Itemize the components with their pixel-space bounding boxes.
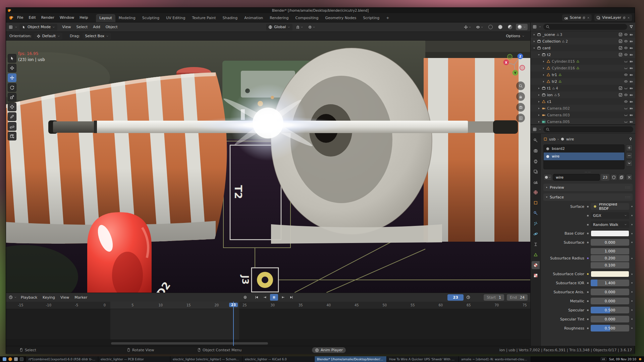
- properties-tab-scene[interactable]: [532, 178, 540, 186]
- material-slot-board2[interactable]: board2: [544, 145, 624, 153]
- blender-menu-icon[interactable]: [9, 15, 14, 20]
- tool-transform[interactable]: [8, 103, 16, 111]
- decorator-dot[interactable]: [631, 224, 633, 225]
- outliner-search-input[interactable]: [543, 24, 627, 30]
- hide-viewport-icon[interactable]: [624, 93, 628, 97]
- animate-dot[interactable]: [587, 224, 589, 226]
- material-slot-wire[interactable]: wire: [544, 153, 624, 160]
- options-dropdown[interactable]: Options: [504, 33, 527, 40]
- next-keyframe-button[interactable]: [279, 294, 287, 301]
- disable-render-icon[interactable]: [629, 33, 633, 37]
- decorator-dot[interactable]: [631, 309, 633, 311]
- visibility-checkbox[interactable]: [619, 46, 623, 50]
- properties-tab-physics[interactable]: [532, 230, 540, 238]
- visibility-checkbox[interactable]: [619, 93, 623, 97]
- preview-panel-header[interactable]: Preview ::::: [543, 184, 633, 191]
- pan-button[interactable]: [516, 92, 525, 101]
- frame-end-field[interactable]: End24: [507, 294, 528, 301]
- expander-icon[interactable]: [537, 114, 540, 117]
- timeline-editor-chevron-icon[interactable]: [14, 296, 17, 299]
- disable-render-icon[interactable]: [629, 59, 633, 63]
- properties-tab-render[interactable]: [532, 147, 540, 155]
- disable-render-icon[interactable]: [629, 120, 633, 124]
- timeline-scrollbar[interactable]: [111, 342, 268, 345]
- filter-icon[interactable]: [629, 25, 633, 29]
- disable-render-icon[interactable]: [629, 113, 633, 117]
- properties-tab-output[interactable]: [532, 157, 540, 165]
- decorator-dot[interactable]: [631, 291, 633, 293]
- tool-tweak[interactable]: [8, 54, 16, 63]
- animate-dot[interactable]: [587, 300, 589, 302]
- outliner-row-t2[interactable]: t2: [531, 51, 635, 58]
- decorator-dot[interactable]: [631, 206, 633, 207]
- expander-icon[interactable]: [533, 33, 536, 36]
- outliner-row-cylinder.015[interactable]: Cylinder.015: [531, 58, 635, 65]
- disable-render-icon[interactable]: [629, 73, 633, 77]
- perspective-toggle-button[interactable]: [516, 114, 525, 122]
- tab-sculpting[interactable]: Sculpting: [139, 14, 163, 22]
- tab-scripting[interactable]: Scripting: [360, 14, 383, 22]
- decorator-dot[interactable]: [631, 300, 633, 302]
- decorator-dot[interactable]: [631, 274, 633, 275]
- tool-add-cube[interactable]: [8, 132, 16, 140]
- tab-+[interactable]: +: [383, 14, 392, 22]
- visibility-checkbox[interactable]: [619, 33, 623, 37]
- hide-viewport-icon[interactable]: [624, 46, 628, 50]
- value-slider[interactable]: 0.500: [591, 307, 629, 313]
- playhead-frame-badge[interactable]: 23: [229, 303, 238, 307]
- expander-icon[interactable]: [542, 80, 545, 83]
- decorator-dot[interactable]: [631, 215, 633, 216]
- tool-scale[interactable]: [8, 93, 16, 102]
- hide-viewport-icon[interactable]: [624, 53, 628, 57]
- new-material-button[interactable]: [618, 174, 625, 181]
- disable-render-icon[interactable]: [629, 86, 633, 90]
- browser-icon[interactable]: [8, 357, 12, 361]
- hide-viewport-icon[interactable]: [624, 39, 628, 43]
- properties-tab-view-layer[interactable]: [532, 168, 540, 176]
- taskbar-clock[interactable]: Sat, 09 Nov 20:10: [609, 358, 636, 361]
- taskbar-window-4[interactable]: Blender* [/home/amalie/Desktop/blender/c…: [315, 356, 387, 362]
- value-slider[interactable]: 0.000: [591, 289, 629, 295]
- menu-help[interactable]: Help: [77, 14, 91, 21]
- color-swatch[interactable]: [591, 271, 629, 277]
- tool-measure[interactable]: [8, 122, 16, 131]
- outliner-row-tr2[interactable]: tr2: [531, 78, 635, 85]
- hidden-viewport-icon[interactable]: [624, 66, 628, 70]
- tab-animation[interactable]: Animation: [241, 14, 266, 22]
- fake-user-button[interactable]: [610, 174, 617, 181]
- timeline-editor-icon[interactable]: [9, 295, 13, 299]
- scene-new-icon[interactable]: [583, 16, 585, 19]
- visibility-checkbox[interactable]: [619, 86, 623, 90]
- editor-type-icon[interactable]: [9, 25, 13, 29]
- expander-icon[interactable]: [537, 107, 540, 110]
- viewport-menu-object[interactable]: Object: [103, 24, 120, 30]
- jump-start-button[interactable]: [253, 294, 261, 301]
- properties-tab-object-data[interactable]: [532, 251, 540, 259]
- menu-file[interactable]: File: [14, 14, 26, 21]
- stop-player-icon[interactable]: [315, 348, 319, 352]
- taskbar-window-0[interactable]: rt*[combined] [exported]-6.0 (R58 dildr …: [26, 356, 98, 362]
- tool-rotate[interactable]: [8, 83, 16, 92]
- viewport-menu-add[interactable]: Add: [90, 24, 103, 30]
- editor-type-chevron-icon[interactable]: [15, 26, 17, 28]
- number-field[interactable]: 0.200: [591, 255, 629, 261]
- snap-toggle[interactable]: [294, 24, 305, 30]
- tab-compositing[interactable]: Compositing: [292, 14, 322, 22]
- outliner-row-collection[interactable]: Collection2: [531, 38, 635, 45]
- expander-icon[interactable]: [533, 47, 536, 50]
- animate-dot[interactable]: [587, 233, 589, 234]
- outliner-row-tr1[interactable]: tr1: [531, 71, 635, 78]
- tool-annotate[interactable]: [8, 112, 16, 121]
- mode-select[interactable]: Object Mode: [19, 24, 57, 31]
- number-field[interactable]: 0.100: [591, 262, 629, 268]
- tab-uv-editing[interactable]: UV Editing: [163, 14, 189, 22]
- properties-tab-particles[interactable]: [532, 220, 540, 228]
- hide-viewport-icon[interactable]: [624, 73, 628, 77]
- timeline-menu-view[interactable]: View: [58, 294, 72, 301]
- outliner-row-card[interactable]: card: [531, 45, 635, 51]
- value-slider[interactable]: 0.000: [591, 298, 629, 304]
- drag-select[interactable]: Select Box: [83, 33, 111, 40]
- tab-layout[interactable]: Layout: [96, 14, 115, 22]
- hide-viewport-icon[interactable]: [624, 79, 628, 83]
- animate-dot[interactable]: [587, 291, 589, 293]
